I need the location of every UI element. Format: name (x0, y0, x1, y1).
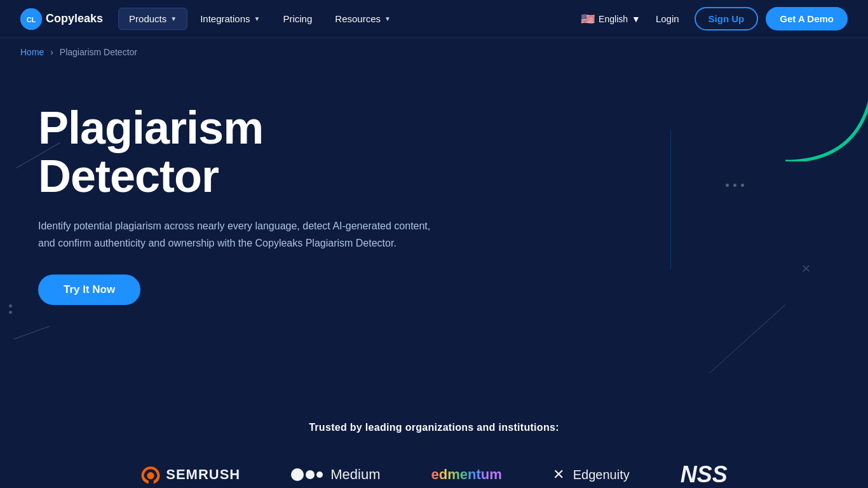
trusted-title: Trusted by leading organizations and ins… (20, 422, 848, 433)
logos-row: SEMRUSH Medium edmentum ✕ Edgenuity NSS (20, 461, 848, 488)
hero-description: Identify potential plagiarism across nea… (38, 218, 432, 252)
decorative-dots-right (726, 184, 744, 187)
edmentum-text: edmentum (431, 466, 502, 483)
decorative-dots (9, 304, 12, 314)
chevron-down-icon: ▼ (632, 14, 641, 24)
nav-integrations[interactable]: Integrations ▼ (190, 8, 270, 29)
semrush-logo: SEMRUSH (140, 464, 240, 485)
hero-title: Plagiarism Detector (38, 104, 496, 200)
chevron-down-icon: ▼ (254, 15, 261, 22)
decorative-line (14, 326, 50, 339)
logo-text: Copyleaks (46, 12, 103, 25)
breadcrumb-home[interactable]: Home (20, 47, 44, 57)
semrush-text: SEMRUSH (166, 466, 240, 483)
language-selector[interactable]: 🇺🇸 English ▼ (581, 12, 641, 26)
medium-logo: Medium (291, 466, 380, 483)
hero-section: ✕ Plagiarism Detector Identify potential… (0, 66, 868, 396)
login-button[interactable]: Login (648, 8, 687, 29)
svg-text:CL: CL (27, 15, 36, 23)
edgenuity-text: Edgenuity (573, 468, 630, 482)
medium-text: Medium (330, 466, 380, 483)
hero-content: Plagiarism Detector Identify potential p… (38, 104, 496, 305)
demo-button[interactable]: Get A Demo (766, 7, 848, 30)
chevron-down-icon: ▼ (170, 15, 177, 22)
breadcrumb: Home › Plagiarism Detector (0, 38, 868, 66)
logo[interactable]: CL Copyleaks (20, 8, 103, 30)
chevron-down-icon: ▼ (384, 15, 391, 22)
logo-icon: CL (20, 8, 42, 30)
try-it-now-button[interactable]: Try It Now (38, 274, 140, 305)
edgenuity-logo: ✕ Edgenuity (553, 466, 630, 483)
edgenuity-x-icon: ✕ (553, 466, 564, 483)
nav-items: Products ▼ Integrations ▼ Pricing Resour… (118, 8, 581, 30)
breadcrumb-separator: › (50, 47, 53, 57)
trusted-section: Trusted by leading organizations and ins… (0, 396, 868, 488)
decorative-vertical-line (670, 130, 671, 269)
decorative-arc (785, 66, 868, 161)
edmentum-logo: edmentum (431, 466, 502, 483)
nav-right: 🇺🇸 English ▼ Login Sign Up Get A Demo (581, 7, 848, 30)
decorative-diagonal-line (709, 305, 785, 374)
navbar: CL Copyleaks Products ▼ Integrations ▼ P… (0, 0, 868, 38)
medium-dots-icon (291, 468, 323, 481)
breadcrumb-current: Plagiarism Detector (60, 47, 137, 57)
signup-button[interactable]: Sign Up (695, 7, 759, 30)
nss-logo: NSS (681, 461, 728, 488)
svg-point-3 (147, 472, 154, 479)
nss-text: NSS (681, 461, 728, 488)
decorative-plus-icon: ✕ (801, 262, 811, 276)
nav-resources[interactable]: Resources ▼ (325, 8, 401, 29)
semrush-icon (140, 464, 161, 485)
flag-icon: 🇺🇸 (581, 12, 595, 26)
nav-products[interactable]: Products ▼ (118, 8, 187, 30)
nav-pricing[interactable]: Pricing (273, 8, 322, 29)
